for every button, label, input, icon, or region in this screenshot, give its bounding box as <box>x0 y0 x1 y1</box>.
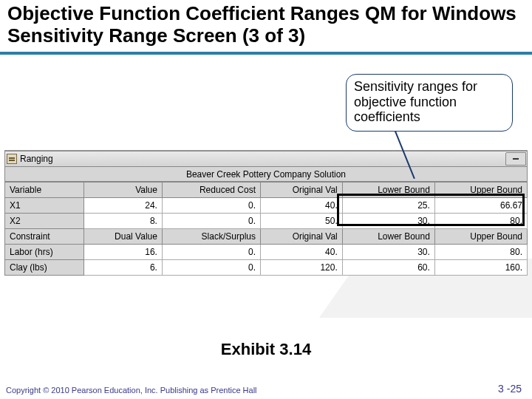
cell: 0. <box>162 214 260 229</box>
window-subtitle: Beaver Creek Pottery Company Solution <box>4 167 528 182</box>
cell: 80. <box>434 245 527 260</box>
cell: 50. <box>260 214 342 229</box>
col-header: Slack/Surplus <box>162 229 260 245</box>
table-row: X2 8. 0. 50. 30. 80. <box>5 214 528 229</box>
window-title: Ranging <box>20 154 53 164</box>
col-header: Constraint <box>5 229 84 245</box>
row-label: X2 <box>5 214 84 229</box>
cell: 6. <box>84 260 163 276</box>
copyright-text: Copyright © 2010 Pearson Education, Inc.… <box>6 386 287 395</box>
cell: 40. <box>260 198 342 214</box>
col-header: Original Val <box>260 183 342 198</box>
col-header: Original Val <box>260 229 342 245</box>
col-header: Value <box>84 183 163 198</box>
table-header-row: Constraint Dual Value Slack/Surplus Orig… <box>5 229 528 245</box>
window-icon <box>7 154 17 164</box>
table-row: Labor (hrs) 16. 0. 40. 30. 80. <box>5 245 528 260</box>
cell: 160. <box>434 260 527 276</box>
cell: 0. <box>162 198 260 214</box>
table-row: X1 24. 0. 40. 25. 66.67 <box>5 198 528 214</box>
cell: 24. <box>84 198 163 214</box>
row-label: Labor (hrs) <box>5 245 84 260</box>
cell: 30. <box>342 214 434 229</box>
page-number: 3 -25 <box>498 383 522 395</box>
row-label: X1 <box>5 198 84 214</box>
cell: 0. <box>162 245 260 260</box>
col-header: Lower Bound <box>342 183 434 198</box>
col-header: Lower Bound <box>342 229 434 245</box>
cell: 120. <box>260 260 342 276</box>
cell: 80. <box>434 214 527 229</box>
variable-ranging-table: Variable Value Reduced Cost Original Val… <box>4 182 528 276</box>
cell: 40. <box>260 245 342 260</box>
cell: 66.67 <box>434 198 527 214</box>
cell: 30. <box>342 245 434 260</box>
cell: 0. <box>162 260 260 276</box>
col-header: Reduced Cost <box>162 183 260 198</box>
ranging-window: Ranging Beaver Creek Pottery Company Sol… <box>4 150 528 276</box>
col-header: Upper Bound <box>434 229 527 245</box>
col-header: Upper Bound <box>434 183 527 198</box>
window-titlebar[interactable]: Ranging <box>4 151 528 167</box>
col-header: Variable <box>5 183 84 198</box>
cell: 8. <box>84 214 163 229</box>
cell: 16. <box>84 245 163 260</box>
callout-box: Sensitivity ranges for objective functio… <box>346 74 513 132</box>
table-row: Clay (lbs) 6. 0. 120. 60. 160. <box>5 260 528 276</box>
cell: 60. <box>342 260 434 276</box>
col-header: Dual Value <box>84 229 163 245</box>
row-label: Clay (lbs) <box>5 260 84 276</box>
cell: 25. <box>342 198 434 214</box>
slide-title: Objective Function Coefficient Ranges QM… <box>0 0 532 55</box>
minimize-button[interactable] <box>505 152 526 166</box>
table-header-row: Variable Value Reduced Cost Original Val… <box>5 183 528 198</box>
exhibit-label: Exhibit 3.14 <box>0 340 532 359</box>
